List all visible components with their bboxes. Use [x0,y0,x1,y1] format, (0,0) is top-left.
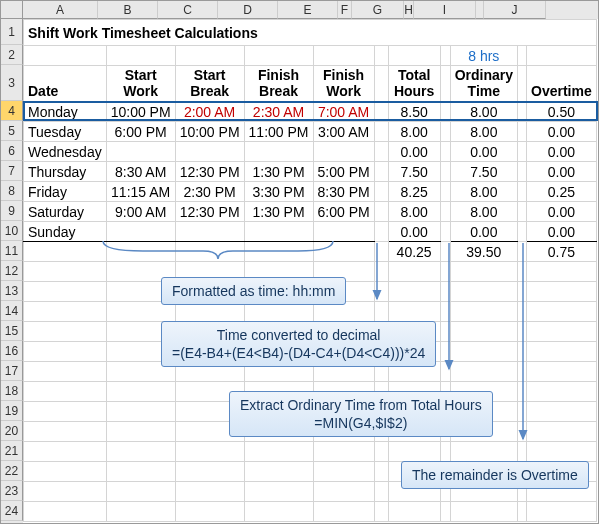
col-header-H[interactable]: H [404,1,414,19]
cell-finish-work[interactable]: 3:00 AM [313,122,374,142]
cell-day[interactable]: Sunday [24,222,107,242]
cell-finish-break[interactable]: 1:30 PM [244,202,313,222]
param-8hrs[interactable]: 8 hrs [450,46,517,66]
col-header-J[interactable]: J [484,1,546,19]
cell-day[interactable]: Tuesday [24,122,107,142]
row-header-19[interactable]: 19 [1,401,23,421]
row-header-16[interactable]: 16 [1,341,23,361]
row-header-17[interactable]: 17 [1,361,23,381]
cell-finish-work[interactable]: 7:00 AM [313,102,374,122]
row-header-6[interactable]: 6 [1,141,23,161]
cell-day[interactable]: Saturday [24,202,107,222]
cell-day[interactable]: Thursday [24,162,107,182]
cell-start-work[interactable] [106,142,175,162]
row-header-8[interactable]: 8 [1,181,23,201]
col-header-I[interactable]: I [414,1,476,19]
cell-total-hours[interactable]: 8.00 [388,122,440,142]
cell-finish-break[interactable] [244,142,313,162]
cell-start-work[interactable] [106,222,175,242]
title-cell[interactable]: Shift Work Timesheet Calculations [24,20,597,46]
row-header-11[interactable]: 11 [1,241,23,261]
cell-overtime[interactable]: 0.00 [527,222,597,242]
cell-ordinary[interactable]: 0.00 [450,222,517,242]
hdr-date[interactable]: Date [24,66,107,102]
row-header-18[interactable]: 18 [1,381,23,401]
hdr-overtime[interactable]: Overtime [527,66,597,102]
cell-start-break[interactable]: 12:30 PM [175,202,244,222]
hdr-finish-work[interactable]: FinishWork [313,66,374,102]
cell-total-hours[interactable]: 0.00 [388,222,440,242]
cell-total-hours[interactable]: 8.50 [388,102,440,122]
cell-finish-work[interactable] [313,142,374,162]
hdr-start-break[interactable]: StartBreak [175,66,244,102]
cell-start-break[interactable]: 12:30 PM [175,162,244,182]
cell-ordinary[interactable]: 0.00 [450,142,517,162]
row-header-7[interactable]: 7 [1,161,23,181]
row-header-14[interactable]: 14 [1,301,23,321]
col-header-G[interactable]: G [352,1,404,19]
row-header-13[interactable]: 13 [1,281,23,301]
total-ot[interactable]: 39.50 [450,242,517,262]
cell-overtime[interactable]: 0.00 [527,162,597,182]
spreadsheet-grid[interactable]: Shift Work Timesheet Calculations 8 hrs … [23,19,597,522]
cell-ordinary[interactable]: 8.00 [450,182,517,202]
row-header-12[interactable]: 12 [1,261,23,281]
cell-overtime[interactable]: 0.00 [527,202,597,222]
cell-total-hours[interactable]: 8.00 [388,202,440,222]
cell-finish-break[interactable]: 3:30 PM [244,182,313,202]
cell-overtime[interactable]: 0.00 [527,122,597,142]
cell-total-hours[interactable]: 8.25 [388,182,440,202]
cell-finish-break[interactable]: 11:00 PM [244,122,313,142]
cell-start-break[interactable] [175,142,244,162]
total-ov[interactable]: 0.75 [527,242,597,262]
cell-start-break[interactable]: 2:30 PM [175,182,244,202]
cell-overtime[interactable]: 0.25 [527,182,597,202]
col-header-A[interactable]: A [23,1,98,19]
row-header-22[interactable]: 22 [1,461,23,481]
row-header-5[interactable]: 5 [1,121,23,141]
cell-finish-break[interactable] [244,222,313,242]
cell-start-work[interactable]: 10:00 PM [106,102,175,122]
cell-start-work[interactable]: 11:15 AM [106,182,175,202]
hdr-start-work[interactable]: StartWork [106,66,175,102]
total-th[interactable]: 40.25 [388,242,440,262]
col-header-gap[interactable] [476,1,484,19]
col-header-C[interactable]: C [158,1,218,19]
row-header-23[interactable]: 23 [1,481,23,501]
hdr-total-hours[interactable]: TotalHours [388,66,440,102]
row-header-2[interactable]: 2 [1,45,23,65]
hdr-finish-break[interactable]: FinishBreak [244,66,313,102]
cell-day[interactable]: Wednesday [24,142,107,162]
cell-ordinary[interactable]: 8.00 [450,122,517,142]
cell-overtime[interactable]: 0.50 [527,102,597,122]
cell-finish-break[interactable]: 1:30 PM [244,162,313,182]
row-header-24[interactable]: 24 [1,501,23,521]
row-header-10[interactable]: 10 [1,221,23,241]
cell-start-break[interactable] [175,222,244,242]
col-header-D[interactable]: D [218,1,278,19]
cell-overtime[interactable]: 0.00 [527,142,597,162]
cell-day[interactable]: Friday [24,182,107,202]
cell-start-break[interactable]: 10:00 PM [175,122,244,142]
row-header-15[interactable]: 15 [1,321,23,341]
cell-start-work[interactable]: 6:00 PM [106,122,175,142]
row-header-21[interactable]: 21 [1,441,23,461]
cell-ordinary[interactable]: 8.00 [450,202,517,222]
cell-finish-work[interactable] [313,222,374,242]
cell-total-hours[interactable]: 7.50 [388,162,440,182]
cell-ordinary[interactable]: 7.50 [450,162,517,182]
select-all-corner[interactable] [1,1,23,19]
col-header-E[interactable]: E [278,1,338,19]
row-header-9[interactable]: 9 [1,201,23,221]
row-header-4[interactable]: 4 [1,101,23,121]
cell-finish-work[interactable]: 6:00 PM [313,202,374,222]
cell-finish-break[interactable]: 2:30 AM [244,102,313,122]
cell-start-work[interactable]: 9:00 AM [106,202,175,222]
row-header-20[interactable]: 20 [1,421,23,441]
col-header-F[interactable]: F [338,1,352,19]
hdr-ordinary[interactable]: OrdinaryTime [450,66,517,102]
cell-start-break[interactable]: 2:00 AM [175,102,244,122]
cell-day[interactable]: Monday [24,102,107,122]
cell-ordinary[interactable]: 8.00 [450,102,517,122]
cell-start-work[interactable]: 8:30 AM [106,162,175,182]
